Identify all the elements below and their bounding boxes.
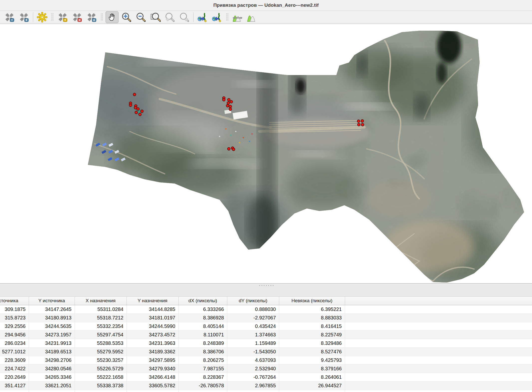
cell[interactable]: 34298.2706 (29, 356, 75, 364)
title-bar[interactable]: Привязка растров — Udokan_Aero---new2.ti… (0, 0, 532, 11)
gcp-marker[interactable] (223, 98, 225, 101)
gcp-row[interactable]: 220.264934265.334655222.165834266.41488.… (0, 373, 532, 381)
cell[interactable]: 228.3609 (0, 356, 29, 364)
zoom-out-button[interactable] (134, 11, 147, 23)
cell[interactable]: 9.425793 (279, 356, 345, 364)
column-header[interactable]: dX (пикселы) (178, 297, 227, 305)
gcp-marker[interactable] (139, 113, 141, 116)
cell[interactable]: 6.395221 (279, 305, 345, 313)
gcp-row[interactable]: 315.872334180.891355318.721234181.01978.… (0, 313, 532, 322)
gcp-marker[interactable] (361, 120, 364, 122)
cell[interactable]: 34265.3346 (29, 373, 75, 381)
cell[interactable]: 34244.5635 (29, 322, 75, 330)
full-histogram-stretch-button[interactable] (231, 11, 244, 23)
link-qgis-to-georeferencer-button[interactable] (211, 11, 224, 23)
cell[interactable]: -26.780578 (178, 381, 227, 390)
gcp-marker[interactable] (228, 98, 230, 101)
gcp-marker[interactable] (361, 123, 364, 126)
column-header[interactable]: Y источника (29, 297, 75, 305)
gcp-marker[interactable] (228, 148, 230, 150)
gcp-row[interactable]: 294.945634273.195755297.475434273.45728.… (0, 330, 532, 339)
gcp-marker[interactable] (357, 120, 360, 123)
column-header[interactable]: Y назначения (127, 297, 178, 305)
cell[interactable]: 55318.7212 (75, 313, 127, 322)
cell[interactable]: 8.206275 (178, 356, 227, 364)
pan-button[interactable] (106, 11, 119, 23)
cell[interactable]: -1.543050 (227, 347, 279, 356)
cell[interactable]: 4.637093 (227, 356, 279, 364)
cell[interactable]: 55222.1658 (75, 373, 127, 381)
gcp-row[interactable]: 228.360934298.270655230.325734297.58958.… (0, 356, 532, 364)
cell[interactable]: 0.888030 (227, 305, 279, 313)
cell[interactable]: 33621.2051 (29, 381, 75, 390)
cell[interactable]: 8.386928 (178, 313, 227, 322)
delete-point-button[interactable] (71, 11, 84, 23)
zoom-last-button[interactable] (163, 11, 176, 23)
cell[interactable] (75, 390, 127, 392)
cell[interactable]: 34147.2645 (29, 305, 75, 313)
cell[interactable]: 8.110071 (178, 330, 227, 339)
gcp-marker[interactable] (229, 105, 232, 108)
cell[interactable]: 34189.6513 (29, 347, 75, 356)
cell[interactable]: 0.435424 (227, 322, 279, 330)
cell[interactable]: 351.4127 (0, 381, 29, 390)
cell[interactable] (0, 390, 29, 392)
column-header[interactable]: Невязка (пикселы) (279, 297, 345, 305)
cell[interactable]: 33605.5782 (127, 381, 178, 390)
gcp-marker[interactable] (358, 123, 360, 126)
gcp-marker[interactable] (137, 108, 139, 110)
cell[interactable]: 34231.3963 (127, 339, 178, 347)
cell[interactable]: 34244.5990 (127, 322, 178, 330)
cell[interactable]: 34280.0546 (29, 364, 75, 373)
cell[interactable]: 315.8723 (0, 313, 29, 322)
cell[interactable]: 5277.1012 (0, 347, 29, 356)
splitter-handle[interactable] (259, 285, 273, 287)
cell[interactable]: 34180.8913 (29, 313, 75, 322)
cell[interactable]: 55297.4754 (75, 330, 127, 339)
gcp-row[interactable]: 329.255634244.563555332.235434244.59908.… (0, 322, 532, 330)
gcp-marker[interactable] (135, 111, 138, 114)
cell[interactable]: 55230.3257 (75, 356, 127, 364)
cell[interactable]: 8.416415 (279, 322, 345, 330)
cell[interactable]: 55311.0284 (75, 305, 127, 313)
gcp-marker[interactable] (227, 102, 230, 104)
cell[interactable]: 34144.8285 (127, 305, 178, 313)
gcp-row[interactable]: 286.023434231.991355288.535334231.39638.… (0, 339, 532, 347)
cell[interactable]: 286.0234 (0, 339, 29, 347)
cell[interactable]: 8.228367 (178, 373, 227, 381)
add-point-button[interactable] (56, 11, 69, 23)
cell[interactable]: 55288.5353 (75, 339, 127, 347)
gcp-row[interactable]: 5277.101234189.651355279.595234189.33628… (0, 347, 532, 356)
map-canvas[interactable] (0, 24, 532, 283)
cell[interactable]: 8.527476 (279, 347, 345, 356)
cell[interactable] (178, 390, 227, 392)
cell[interactable]: 309.1875 (0, 305, 29, 313)
cell[interactable]: 7.987155 (178, 364, 227, 373)
gcp-marker[interactable] (141, 110, 143, 113)
column-header[interactable]: X источника (0, 297, 29, 305)
cell[interactable] (227, 390, 279, 392)
open-raster-button[interactable] (3, 11, 16, 23)
cell[interactable] (127, 390, 178, 392)
cell[interactable]: 55338.3738 (75, 381, 127, 390)
cell[interactable]: 2.967855 (227, 381, 279, 390)
cell[interactable]: 8.386706 (178, 347, 227, 356)
gcp-row[interactable]: 309.187534147.264555311.028434144.82856.… (0, 305, 532, 313)
gcp-row[interactable]: 224.742234280.054655226.572934279.93407.… (0, 364, 532, 373)
gcp-row[interactable]: 351.412733621.205155338.373833605.5782-2… (0, 381, 532, 390)
column-header[interactable]: dY (пикселы) (227, 297, 279, 305)
cell[interactable]: 8.329486 (279, 339, 345, 347)
cell[interactable]: 34189.3362 (127, 347, 178, 356)
gcp-marker[interactable] (232, 148, 235, 151)
move-point-button[interactable] (85, 11, 98, 23)
cell[interactable]: 55332.2354 (75, 322, 127, 330)
cell[interactable]: 1.159489 (227, 339, 279, 347)
cell[interactable]: 6.333266 (178, 305, 227, 313)
cell[interactable]: 8.225749 (279, 330, 345, 339)
cell[interactable]: 8.883033 (279, 313, 345, 322)
cell[interactable] (29, 390, 75, 392)
cell[interactable]: 224.7422 (0, 364, 29, 373)
gcp-marker[interactable] (133, 93, 136, 96)
gcp-marker[interactable] (226, 104, 229, 107)
cell[interactable]: -2.927067 (227, 313, 279, 322)
